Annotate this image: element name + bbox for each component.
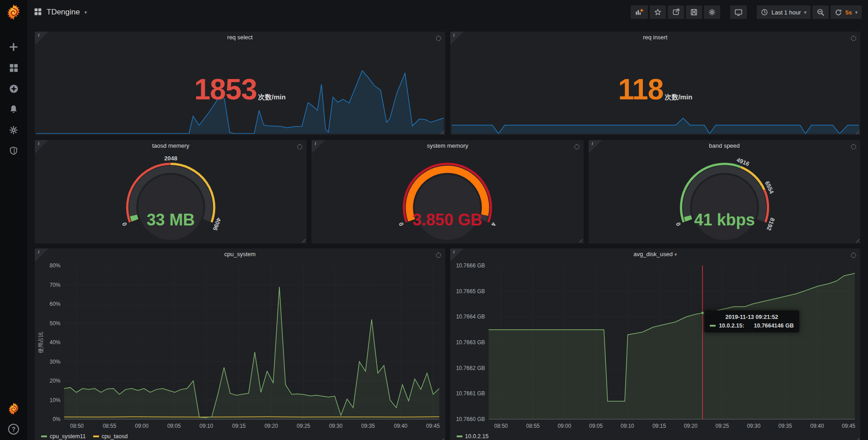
- legend-item-cpu-system11[interactable]: cpu_system11: [41, 433, 86, 440]
- chevron-down-icon: ▾: [855, 9, 858, 15]
- sidebar-menu: [8, 42, 19, 157]
- tv-mode-button[interactable]: [730, 5, 747, 19]
- time-range-picker[interactable]: Last 1 hour ▾: [757, 5, 811, 19]
- svg-text:0: 0: [121, 221, 128, 227]
- cpu-chart-area: 0%10%20%30%40%50%60%70%80%08:5008:5509:0…: [35, 261, 445, 431]
- refresh-icon: [835, 9, 842, 16]
- svg-text:09:05: 09:05: [589, 423, 603, 429]
- sidebar-configuration-button[interactable]: [8, 126, 19, 136]
- dashboards-grid-icon: [9, 63, 19, 75]
- disk-chart-area: 10.7660 GB10.7661 GB10.7662 GB10.7663 GB…: [450, 261, 861, 431]
- sidebar-explore-button[interactable]: [8, 84, 19, 95]
- svg-text:4: 4: [490, 221, 498, 227]
- info-icon[interactable]: i: [589, 140, 602, 154]
- svg-text:41 kbps: 41 kbps: [694, 211, 755, 229]
- svg-text:33 MB: 33 MB: [147, 211, 195, 229]
- svg-text:09:45: 09:45: [841, 423, 855, 429]
- sidebar-alerting-button[interactable]: [8, 105, 19, 116]
- chevron-down-icon: ▾: [804, 9, 807, 15]
- panel-title[interactable]: req select: [35, 32, 445, 44]
- info-icon[interactable]: i: [35, 248, 48, 262]
- system-memory-gauge: 043.850 GB: [311, 153, 583, 241]
- chevron-down-icon[interactable]: ▾: [85, 9, 87, 15]
- svg-text:70%: 70%: [50, 282, 61, 288]
- share-icon: [672, 8, 680, 16]
- legend-swatch: [93, 435, 99, 437]
- avatar-grafana-icon: [7, 402, 20, 416]
- info-icon[interactable]: i: [450, 248, 464, 262]
- info-icon[interactable]: i: [450, 32, 464, 45]
- info-icon[interactable]: i: [311, 140, 325, 154]
- panel-title[interactable]: req insert: [450, 32, 861, 44]
- loading-spinner-icon: [436, 36, 441, 41]
- compass-icon: [9, 84, 19, 96]
- panel-title[interactable]: cpu_system: [35, 248, 445, 261]
- help-button[interactable]: ?: [8, 424, 19, 435]
- svg-text:08:50: 08:50: [70, 423, 84, 429]
- svg-text:30%: 30%: [50, 359, 61, 365]
- svg-text:09:25: 09:25: [297, 423, 310, 429]
- legend-item-10-0-2-15[interactable]: 10.0.2.15: [457, 433, 489, 440]
- panel-taosd-memory: i taosd memery 02048409633 MB: [35, 140, 307, 243]
- loading-spinner-icon: [851, 253, 856, 258]
- panel-title[interactable]: avg_disk_used ▾: [450, 248, 861, 261]
- svg-text:2048: 2048: [164, 155, 177, 162]
- chart-legend: 10.0.2.15: [450, 431, 861, 440]
- panel-title[interactable]: band speed: [589, 140, 860, 153]
- svg-text:10.7665 GB: 10.7665 GB: [456, 288, 485, 295]
- dashboard-title[interactable]: TDengine: [47, 8, 80, 17]
- bell-icon: [9, 104, 19, 116]
- settings-button[interactable]: [704, 5, 720, 19]
- svg-text:09:05: 09:05: [167, 423, 181, 429]
- dashboard-grid-icon[interactable]: [33, 7, 42, 18]
- panel-avg-disk-used: i avg_disk_used ▾ 10.7660 GB10.7661 GB10…: [450, 248, 861, 440]
- grafana-logo[interactable]: [1, 0, 26, 24]
- svg-text:09:35: 09:35: [778, 423, 792, 429]
- zoom-out-button[interactable]: [812, 5, 829, 19]
- svg-text:60%: 60%: [50, 301, 61, 307]
- svg-text:0: 0: [675, 221, 682, 227]
- panel-req-select: i req select 1853次数/min: [35, 32, 445, 135]
- save-icon: [690, 8, 698, 16]
- star-button[interactable]: [650, 5, 666, 19]
- svg-text:09:20: 09:20: [684, 423, 697, 429]
- svg-text:09:20: 09:20: [264, 423, 278, 429]
- svg-text:09:30: 09:30: [747, 423, 760, 429]
- svg-text:09:40: 09:40: [810, 423, 824, 429]
- svg-text:09:35: 09:35: [361, 423, 375, 429]
- svg-text:40%: 40%: [50, 339, 61, 346]
- sidebar-dashboards-button[interactable]: [8, 63, 19, 74]
- share-button[interactable]: [668, 5, 684, 19]
- cpu-system-chart: 0%10%20%30%40%50%60%70%80%08:5008:5509:0…: [35, 261, 445, 431]
- left-sidebar: ?: [0, 0, 27, 440]
- singlestat-value: 1853次数/min: [35, 75, 445, 104]
- tooltip-series-value: 10.7664146 GB: [754, 323, 793, 329]
- panel-menu-caret-icon[interactable]: ▾: [675, 252, 677, 257]
- legend-swatch: [41, 435, 47, 437]
- add-panel-button[interactable]: [631, 5, 648, 19]
- tooltip-series-name: 10.0.2.15:: [719, 323, 744, 329]
- info-icon[interactable]: i: [35, 32, 48, 45]
- svg-text:10.7664 GB: 10.7664 GB: [456, 314, 485, 320]
- legend-swatch: [457, 435, 462, 437]
- refresh-button[interactable]: 5s ▾: [830, 5, 862, 19]
- loading-spinner-icon: [851, 144, 856, 150]
- stat-number: 1853: [194, 75, 257, 104]
- svg-text:09:10: 09:10: [620, 423, 634, 429]
- info-icon[interactable]: i: [35, 140, 48, 154]
- panel-title[interactable]: system memory: [311, 140, 583, 153]
- user-avatar[interactable]: [7, 402, 20, 417]
- stat-unit: 次数/min: [665, 93, 692, 102]
- loading-spinner-icon: [574, 144, 580, 150]
- sidebar-create-button[interactable]: [8, 42, 19, 53]
- tooltip-timestamp: 2019-11-13 09:21:52: [710, 314, 794, 320]
- legend-item-cpu-taosd[interactable]: cpu_taosd: [93, 433, 128, 440]
- svg-text:10.7662 GB: 10.7662 GB: [456, 365, 485, 371]
- panel-req-insert: i req insert 118次数/min: [450, 32, 861, 135]
- clock-icon: [761, 9, 768, 16]
- panel-title[interactable]: taosd memery: [35, 140, 307, 153]
- shield-icon: [9, 146, 19, 158]
- sidebar-bottom: ?: [7, 402, 20, 435]
- sidebar-server-admin-button[interactable]: [8, 146, 19, 157]
- save-button[interactable]: [686, 5, 702, 19]
